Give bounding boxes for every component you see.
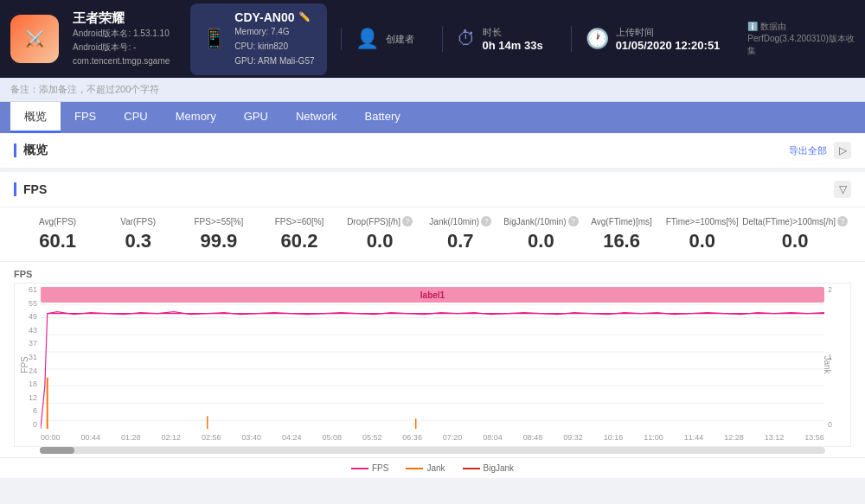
fps-chart: 61 55 49 43 37 31 24 18 12 6 0 FPS (14, 283, 851, 447)
duration-icon: ⏱ (457, 28, 476, 50)
chart-legend: FPS Jank BigJank (0, 457, 865, 478)
tab-memory[interactable]: Memory (162, 102, 230, 133)
device-name: CDY-AN00 (234, 10, 294, 24)
stat-ftime100: FTime>=100ms[%] 0.0 (662, 217, 742, 252)
tab-gpu[interactable]: GPU (230, 102, 282, 133)
tab-fps[interactable]: FPS (61, 102, 110, 133)
tab-battery[interactable]: Battery (351, 102, 414, 133)
overview-header: 概览 导出全部 ▷ (0, 133, 865, 169)
fps-title: FPS (23, 182, 47, 196)
overview-section: 概览 导出全部 ▷ (0, 133, 865, 172)
fps-vertical-label: FPS (20, 356, 29, 373)
section-title-bar (14, 144, 16, 157)
fps-legend-line (351, 468, 368, 469)
scrollbar-thumb[interactable] (40, 447, 74, 454)
help-icon[interactable]: ? (402, 216, 413, 226)
overview-title: 概览 (23, 143, 48, 158)
tab-cpu[interactable]: CPU (110, 102, 161, 133)
duration-stat: ⏱ 时长 0h 14m 33s (442, 26, 557, 52)
stat-bigjank: BigJank(/10min) ? 0.0 (501, 216, 581, 252)
bigjank-legend-line (463, 468, 480, 469)
device-memory: Memory: 7.4G (234, 24, 314, 39)
stat-drop-fps: Drop(FPS)[/h] ? 0.0 (340, 216, 420, 252)
device-icon: 📱 (202, 28, 226, 50)
jank-legend-line (406, 468, 423, 469)
upload-value: 01/05/2020 12:20:51 (616, 39, 721, 52)
stat-jank: Jank(/10min) ? 0.7 (420, 216, 501, 252)
stat-fps60: FPS>=60[%] 60.2 (259, 217, 339, 252)
android-version: Android版本名: 1.53.1.10 (73, 27, 170, 41)
header: ⚔️ 王者荣耀 Android版本名: 1.53.1.10 Android版本号… (0, 0, 865, 78)
fps-header: FPS ▽ (0, 172, 865, 207)
duration-value: 0h 14m 33s (483, 39, 543, 52)
app-info: 王者荣耀 Android版本名: 1.53.1.10 Android版本号: -… (73, 10, 170, 68)
tabs-bar: 概览 FPS CPU Memory GPU Network Battery (0, 102, 865, 133)
creator-icon: 👤 (356, 28, 379, 50)
export-button[interactable]: 导出全部 (789, 144, 827, 157)
device-cpu: CPU: kirin820 (234, 39, 314, 54)
app-name: 王者荣耀 (73, 10, 170, 27)
source-text: ℹ️ 数据由PerfDog(3.4.200310)版本收集 (747, 21, 855, 57)
legend-bigjank: BigJank (463, 463, 515, 473)
stat-avg-fps: Avg(FPS) 60.1 (17, 217, 98, 252)
fps-chart-area: FPS 61 55 49 43 37 31 24 18 12 6 0 FPS (0, 262, 865, 457)
jank-vertical-label: Jank (823, 355, 832, 373)
upload-stat: 🕐 上传时间 01/05/2020 12:20:51 (571, 26, 734, 52)
stat-var-fps: Var(FPS) 0.3 (98, 217, 178, 252)
help-icon[interactable]: ? (837, 216, 848, 226)
legend-fps: FPS (351, 463, 388, 473)
app-icon: ⚔️ (10, 15, 59, 63)
tab-network[interactable]: Network (282, 102, 351, 133)
fps-stats-row: Avg(FPS) 60.1 Var(FPS) 0.3 FPS>=55[%] 99… (0, 207, 865, 262)
overview-actions: 导出全部 ▷ (789, 142, 851, 159)
chart-label: FPS (14, 269, 851, 279)
device-gpu: GPU: ARM Mali-G57 (234, 54, 314, 68)
creator-stat: 👤 创建者 (341, 28, 428, 50)
note-placeholder: 备注：添加备注，不超过200个字符 (10, 83, 159, 96)
x-axis: 00:00 00:44 01:28 02:12 02:56 03:40 04:2… (41, 429, 824, 446)
package-name: com.tencent.tmgp.sgame (73, 54, 170, 68)
chart-inner: label1 (41, 284, 824, 429)
duration-label: 时长 (483, 26, 543, 39)
help-icon[interactable]: ? (568, 216, 579, 226)
fps-chart-svg (41, 284, 824, 429)
stat-avg-ftime: Avg(FTime)[ms] 16.6 (581, 217, 662, 252)
chart-scrollbar[interactable] (40, 447, 825, 454)
edit-icon[interactable]: ✏️ (298, 11, 311, 22)
fps-collapse-button[interactable]: ▽ (834, 181, 851, 198)
legend-jank: Jank (406, 463, 445, 473)
main-content: 概览 导出全部 ▷ FPS ▽ Avg(FPS) 60.1 Var(FPS) 0… (0, 133, 865, 504)
upload-icon: 🕐 (586, 28, 609, 50)
android-package: Android版本号: - (73, 41, 170, 54)
upload-label: 上传时间 (616, 26, 721, 39)
fps-title-bar (14, 182, 16, 196)
stat-delta-ftime: Delta(FTime)>100ms[/h] ? 0.0 (742, 216, 848, 252)
device-card: 📱 CDY-AN00 ✏️ Memory: 7.4G CPU: kirin820… (190, 3, 326, 75)
creator-label: 创建者 (386, 33, 414, 46)
note-bar[interactable]: 备注：添加备注，不超过200个字符 (0, 78, 865, 102)
help-icon[interactable]: ? (481, 216, 491, 226)
fps-section: FPS ▽ Avg(FPS) 60.1 Var(FPS) 0.3 FPS>=55… (0, 172, 865, 478)
stat-fps55: FPS>=55[%] 99.9 (178, 217, 259, 252)
tab-overview[interactable]: 概览 (10, 102, 61, 133)
collapse-button[interactable]: ▷ (834, 142, 851, 159)
fps-actions: ▽ (834, 181, 851, 198)
